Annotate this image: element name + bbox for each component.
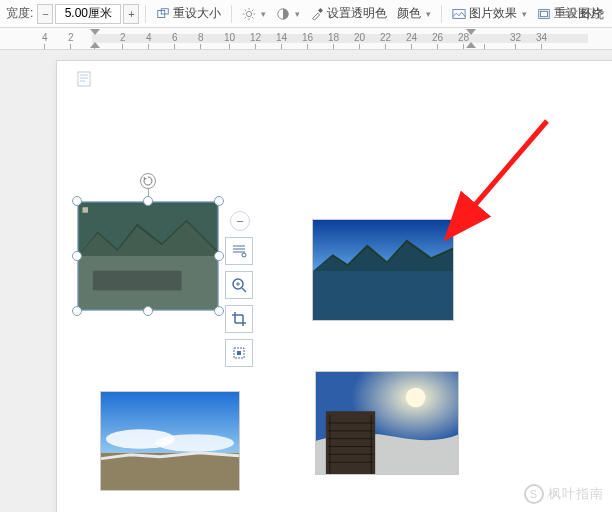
- select-icon: [231, 345, 247, 361]
- document-page[interactable]: ▦ −: [56, 60, 612, 512]
- resize-handle-top[interactable]: [143, 196, 153, 206]
- layout-options-button[interactable]: [225, 237, 253, 265]
- image-2[interactable]: [312, 219, 454, 321]
- contrast-icon: [276, 7, 290, 21]
- document-icon: [77, 71, 91, 87]
- ruler-tick: 4: [146, 32, 152, 49]
- resize-handle-top-left[interactable]: [72, 196, 82, 206]
- ruler-tick: [484, 43, 485, 49]
- rotate-handle[interactable]: [140, 173, 156, 189]
- set-transparent-color-button[interactable]: 设置透明色: [306, 3, 391, 25]
- more-options-button[interactable]: [225, 339, 253, 367]
- zoom-out-button[interactable]: −: [230, 211, 250, 231]
- separator: [441, 5, 442, 23]
- reset-size-icon: [156, 7, 170, 21]
- resize-handle-left[interactable]: [72, 251, 82, 261]
- ruler-tick: 14: [276, 32, 287, 49]
- ruler-tick: 2: [120, 32, 126, 49]
- ruler-tick: 2: [68, 32, 74, 49]
- ruler-tick: 12: [250, 32, 261, 49]
- separator: [231, 5, 232, 23]
- image-format-toolbar: 宽度: − + 重设大小 ▾ ▾ 设置透明色 颜色 ▾ 图片效果 ▾ 重设图片 …: [0, 0, 612, 28]
- svg-line-8: [252, 17, 253, 18]
- resize-handle-bottom[interactable]: [143, 306, 153, 316]
- right-indent-marker-top[interactable]: [466, 29, 476, 35]
- svg-rect-12: [318, 8, 323, 13]
- chevron-down-icon: ▾: [295, 9, 300, 19]
- width-decrease-button[interactable]: −: [37, 4, 53, 24]
- wrap-icon: [563, 7, 577, 21]
- ruler-tick: 10: [224, 32, 235, 49]
- eyedropper-icon: [310, 7, 324, 21]
- picture-icon: [452, 7, 466, 21]
- picture-effects-button[interactable]: 图片效果 ▾: [448, 3, 531, 25]
- svg-line-66: [450, 121, 547, 234]
- image-content-1: ▦: [77, 201, 219, 311]
- resize-handle-right[interactable]: [214, 251, 224, 261]
- ruler-tick: 24: [406, 32, 417, 49]
- ruler-tick: 26: [432, 32, 443, 49]
- first-line-indent-marker[interactable]: [90, 29, 100, 35]
- contrast-button[interactable]: ▾: [272, 3, 304, 25]
- resize-handle-bottom-left[interactable]: [72, 306, 82, 316]
- image-floating-toolbar: −: [225, 211, 255, 367]
- zoom-in-button[interactable]: [225, 271, 253, 299]
- ruler-tick: 22: [380, 32, 391, 49]
- svg-rect-15: [541, 11, 548, 16]
- chevron-down-icon: ▾: [261, 9, 266, 19]
- svg-point-2: [247, 11, 252, 16]
- svg-rect-53: [101, 453, 239, 490]
- left-indent-marker[interactable]: [90, 42, 100, 48]
- image-3[interactable]: [100, 391, 240, 491]
- chevron-down-icon: ▾: [426, 9, 431, 19]
- svg-line-10: [252, 9, 253, 10]
- wrap-button[interactable]: 环绕: [563, 0, 604, 28]
- ruler-tick: 16: [302, 32, 313, 49]
- svg-marker-28: [78, 222, 218, 310]
- chevron-down-icon: ▾: [522, 9, 527, 19]
- rotate-icon: [143, 176, 153, 186]
- svg-rect-45: [237, 351, 241, 355]
- ruler-tick: 32: [510, 32, 521, 49]
- document-workspace: ▦ −: [0, 50, 612, 512]
- svg-line-9: [245, 17, 246, 18]
- brightness-button[interactable]: ▾: [238, 3, 270, 25]
- svg-rect-29: [93, 271, 182, 291]
- ruler-tick: 34: [536, 32, 547, 49]
- magnifier-plus-icon: [231, 277, 247, 293]
- selected-image[interactable]: ▦: [77, 201, 219, 311]
- svg-line-7: [245, 9, 246, 10]
- width-increase-button[interactable]: +: [123, 4, 139, 24]
- ruler-tick: 8: [198, 32, 204, 49]
- ruler-tick: 20: [354, 32, 365, 49]
- layout-options-icon: [231, 243, 247, 259]
- svg-rect-16: [570, 9, 575, 14]
- svg-point-55: [406, 388, 426, 408]
- reset-picture-icon: [537, 7, 551, 21]
- width-input[interactable]: [55, 4, 121, 24]
- svg-point-52: [155, 434, 234, 452]
- ruler-tick: 18: [328, 32, 339, 49]
- ruler-tick: 6: [172, 32, 178, 49]
- color-button[interactable]: 颜色 ▾: [393, 3, 435, 25]
- separator: [145, 5, 146, 23]
- resize-handle-top-right[interactable]: [214, 196, 224, 206]
- svg-line-37: [242, 288, 246, 292]
- crop-icon: [231, 311, 247, 327]
- resize-handle-bottom-right[interactable]: [214, 306, 224, 316]
- horizontal-ruler[interactable]: 422468101214161820222426283234: [0, 28, 612, 50]
- right-indent-marker[interactable]: [466, 42, 476, 48]
- svg-rect-56: [326, 411, 375, 474]
- ruler-tick: 4: [42, 32, 48, 49]
- reset-size-button[interactable]: 重设大小: [152, 3, 225, 25]
- image-4[interactable]: [315, 371, 459, 475]
- svg-rect-21: [78, 72, 90, 86]
- sun-icon: [242, 7, 256, 21]
- crop-button[interactable]: [225, 305, 253, 333]
- width-label: 宽度:: [6, 5, 33, 22]
- svg-point-35: [242, 253, 246, 257]
- svg-text:▦: ▦: [82, 206, 89, 213]
